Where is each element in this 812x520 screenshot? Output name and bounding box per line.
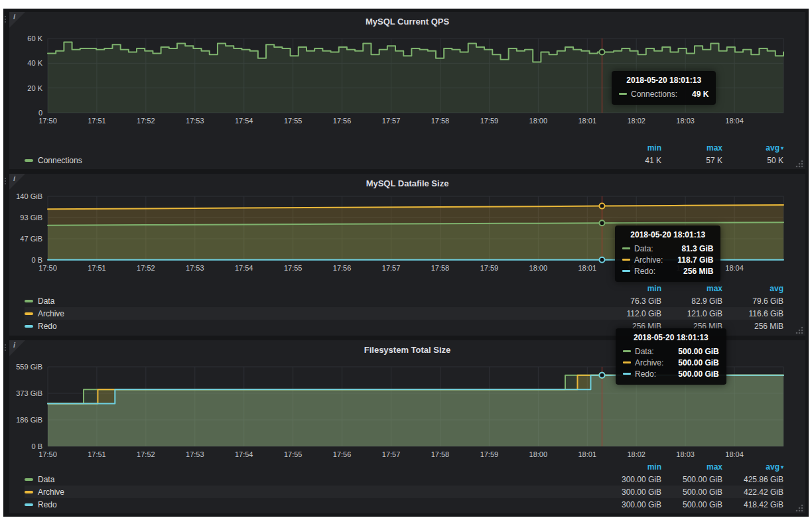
series-color-dash-icon [623,373,631,375]
tooltip-series-label: Data: [635,347,654,356]
legend-header-min[interactable]: min [600,284,661,293]
legend-series-archive[interactable]: Archive [25,487,600,497]
resize-handle[interactable] [795,326,804,334]
series-color-dash-icon [623,361,631,363]
svg-text:18:01: 18:01 [578,264,597,272]
legend-row-data: Data300.00 GiB500.00 GiB425.86 GiB [25,473,783,486]
legend-series-label: Redo [38,322,57,331]
resize-handle[interactable] [795,159,804,168]
legend-stat-avg: 418.42 GiB [722,500,783,509]
tooltip-row: Redo:500.00 GiB [623,368,719,379]
svg-text:17:50: 17:50 [38,117,57,125]
svg-text:17:55: 17:55 [284,450,303,458]
legend-header-row: minmaxavg▾ [25,141,783,154]
svg-text:18:04: 18:04 [725,264,744,272]
svg-text:18:03: 18:03 [676,117,695,125]
legend-stat-avg: 425.86 GiB [722,475,783,484]
svg-text:17:56: 17:56 [333,117,352,125]
legend-series-label: Archive [38,309,64,318]
legend-header-max[interactable]: max [661,462,722,472]
sort-caret-icon: ▾ [781,145,783,151]
svg-text:17:54: 17:54 [235,117,253,125]
legend-header-avg[interactable]: avg [722,284,783,293]
hover-markers [599,50,604,55]
svg-text:18:03: 18:03 [676,450,695,458]
legend-series-data[interactable]: Data [25,296,600,306]
legend-series-redo[interactable]: Redo [25,500,600,509]
legend-header-avg[interactable]: avg▾ [722,462,783,472]
legend-stat-avg: 50 K [722,156,783,165]
legend: minmaxavgData76.3 GiB82.9 GiB79.6 GiBArc… [25,282,783,332]
legend-row-redo: Redo300.00 GiB500.00 GiB418.42 GiB [25,498,783,511]
tooltip-series-label: Archive: [634,255,663,265]
legend-stat-max: 57 K [661,156,722,165]
legend-series-archive[interactable]: Archive [25,309,600,318]
svg-text:17:56: 17:56 [333,450,352,458]
series-color-dash-icon [623,350,631,352]
resize-handle[interactable] [795,503,804,512]
legend-series-label: Data [38,475,54,484]
legend-stat-min: 112.0 GiB [600,309,661,318]
svg-text:18:00: 18:00 [529,264,548,272]
legend-stat-max: 500.00 GiB [661,487,722,497]
legend-series-connections[interactable]: Connections [25,156,600,165]
legend-series-label: Redo [38,500,57,509]
row-drag-handle[interactable] [5,16,6,23]
svg-text:17:52: 17:52 [137,450,155,458]
svg-text:40 K: 40 K [27,59,42,67]
tooltip-series-value: 118.7 GiB [677,255,713,265]
legend-header-avg[interactable]: avg▾ [722,143,783,153]
tooltip-timestamp: 2018-05-20 18:01:13 [619,76,709,85]
legend-header-min[interactable]: min [600,462,661,472]
svg-text:18:02: 18:02 [627,450,645,458]
legend-header-max[interactable]: max [661,143,722,153]
legend-header-max[interactable]: max [661,284,722,293]
tooltip-row: Data:500.00 GiB [623,346,719,357]
tooltip: 2018-05-20 18:01:13 Data:81.3 GiBArchive… [615,226,720,282]
svg-text:17:55: 17:55 [284,117,303,125]
tooltip-timestamp: 2018-05-20 18:01:13 [622,230,713,239]
hover-markers [599,373,604,378]
legend-stat-min: 300.00 GiB [600,487,661,497]
svg-text:17:52: 17:52 [137,117,155,125]
series-color-dash-icon [622,259,630,261]
legend-stat-avg: 116.6 GiB [722,309,783,318]
svg-text:17:54: 17:54 [235,264,253,272]
svg-text:17:51: 17:51 [88,450,106,458]
svg-text:47 GiB: 47 GiB [20,235,42,243]
series-color-dash-icon [622,247,630,249]
series-color-dash-icon [25,312,33,315]
tooltip-series-label: Archive: [635,358,663,367]
tooltip-series-label: Redo: [634,267,655,276]
svg-text:18:04: 18:04 [725,450,744,458]
tooltip-series-value: 500.00 GiB [671,369,719,379]
svg-text:17:59: 17:59 [480,450,499,458]
legend-header-row: minmaxavg [25,282,783,294]
legend: minmaxavg▾Data300.00 GiB500.00 GiB425.86… [25,460,783,511]
tooltip-series-value: 500.00 GiB [669,347,719,356]
svg-text:18:00: 18:00 [529,450,548,458]
svg-text:0 B: 0 B [31,442,42,450]
row-drag-handle[interactable] [5,178,6,184]
legend-stat-min: 41 K [600,156,661,165]
legend-series-redo[interactable]: Redo [25,322,600,331]
svg-text:18:00: 18:00 [529,117,548,125]
svg-text:17:55: 17:55 [284,264,303,272]
svg-text:17:59: 17:59 [480,117,499,125]
svg-text:17:52: 17:52 [137,264,155,272]
legend-series-data[interactable]: Data [25,475,600,484]
tooltip: 2018-05-20 18:01:13 Connections:49 K [612,71,716,105]
panel-title[interactable]: MySQL Current QPS [9,17,805,27]
legend-stat-max: 500.00 GiB [661,500,722,509]
tooltip: 2018-05-20 18:01:13 Data:500.00 GiBArchi… [616,328,726,385]
legend-series-label: Connections [38,156,82,165]
row-drag-handle[interactable] [5,344,6,351]
panel-title[interactable]: MySQL Datafile Size [9,178,805,188]
series-color-dash-icon [25,325,33,328]
legend-header-min[interactable]: min [600,143,661,153]
svg-text:17:56: 17:56 [333,264,352,272]
series-color-dash-icon [25,300,33,302]
tooltip-rows: Data:81.3 GiBArchive:118.7 GiBRedo:256 M… [622,243,713,277]
series-areas [48,375,783,446]
svg-text:17:53: 17:53 [186,450,204,458]
